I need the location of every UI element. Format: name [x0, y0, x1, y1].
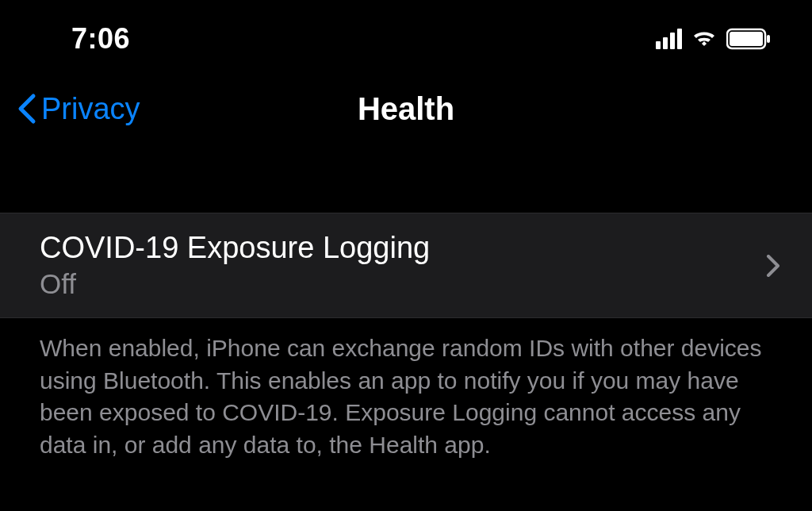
navigation-bar: Privacy Health: [0, 70, 812, 148]
status-time: 7:06: [71, 22, 130, 56]
row-status: Off: [40, 268, 430, 300]
chevron-left-icon: [16, 93, 38, 125]
exposure-logging-row[interactable]: COVID-19 Exposure Logging Off: [0, 213, 812, 318]
status-bar: 7:06: [0, 0, 812, 70]
svg-rect-2: [767, 35, 770, 43]
cellular-signal-icon: [656, 29, 682, 49]
section-spacer: [0, 148, 812, 213]
back-button[interactable]: Privacy: [16, 92, 140, 126]
section-description: When enabled, iPhone can exchange random…: [0, 318, 812, 461]
wifi-icon: [690, 29, 718, 49]
chevron-right-icon: [766, 255, 780, 277]
back-label: Privacy: [41, 92, 140, 126]
battery-icon: [726, 28, 772, 50]
row-content: COVID-19 Exposure Logging Off: [40, 231, 430, 300]
page-title: Health: [358, 91, 454, 127]
row-title: COVID-19 Exposure Logging: [40, 231, 430, 265]
status-icons: [656, 28, 772, 50]
svg-rect-1: [730, 32, 763, 46]
